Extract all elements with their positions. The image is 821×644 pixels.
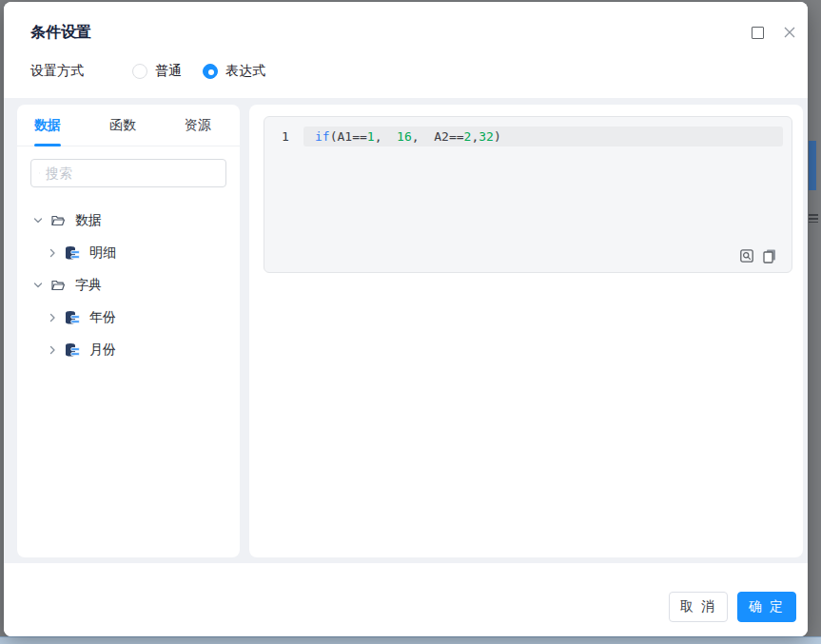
data-source-panel: 数据 函数 资源 [17, 105, 240, 557]
code-token: 32 [479, 129, 494, 144]
cancel-button[interactable]: 取 消 [669, 592, 728, 622]
chevron-down-icon[interactable] [31, 279, 45, 292]
code-line[interactable]: if(A1==1, 16, A2==2,32) [315, 127, 501, 146]
dialog-header: 条件设置 设置方式 普通 表达式 [4, 2, 808, 98]
tree-node-label: 数据 [75, 212, 102, 229]
radio-option-normal[interactable]: 普通 [132, 63, 182, 80]
tree-node-label: 年份 [89, 309, 116, 326]
code-editor[interactable]: 1 if(A1==1, 16, A2==2,32) [264, 116, 792, 273]
code-token: A2== [434, 129, 463, 144]
chevron-down-icon[interactable] [31, 214, 45, 227]
preview-button[interactable] [739, 248, 754, 263]
editor-actions [739, 248, 777, 263]
tab-resources[interactable]: 资源 [185, 105, 211, 146]
copy-icon [762, 248, 777, 263]
dialog-title: 条件设置 [30, 23, 91, 43]
preview-icon [739, 248, 754, 263]
close-icon [782, 25, 797, 40]
code-token: 16 [397, 129, 412, 144]
tab-functions[interactable]: 函数 [109, 105, 136, 146]
folder-icon [50, 278, 66, 293]
chevron-right-icon[interactable] [46, 246, 59, 260]
code-token: ) [494, 129, 501, 144]
tree-node-label: 明细 [89, 244, 116, 262]
database-icon [65, 310, 80, 325]
folder-icon [50, 213, 66, 228]
tree-node-dictionary-folder[interactable]: 字典 [17, 269, 240, 302]
dialog-footer: 取 消 确 定 [4, 563, 808, 636]
editor-gutter: 1 [264, 117, 306, 272]
condition-settings-dialog: 条件设置 设置方式 普通 表达式 数据 函数 [4, 2, 808, 636]
radio-label: 普通 [155, 63, 182, 80]
tree-node-label: 字典 [75, 277, 102, 294]
tree-node-label: 月份 [89, 342, 116, 359]
radio-selected-icon[interactable] [203, 64, 218, 79]
background-app-fragment [0, 636, 821, 644]
radio-unselected-icon[interactable] [132, 64, 147, 79]
tab-data[interactable]: 数据 [34, 105, 61, 146]
search-input[interactable] [46, 166, 218, 181]
code-token: 1 [367, 129, 375, 144]
dialog-content: 数据 函数 资源 [4, 98, 808, 565]
database-icon [65, 342, 80, 358]
search-icon [39, 166, 40, 180]
code-token: , [375, 129, 397, 144]
mode-selector-row: 设置方式 普通 表达式 [30, 63, 286, 80]
search-box[interactable] [30, 159, 226, 187]
tree-node-month-dataset[interactable]: 月份 [17, 334, 240, 366]
chevron-right-icon[interactable] [46, 343, 59, 357]
tree-node-detail-dataset[interactable]: 明细 [17, 237, 240, 269]
radio-option-expression[interactable]: 表达式 [203, 63, 265, 80]
code-token: , [412, 129, 434, 144]
copy-button[interactable] [762, 248, 777, 263]
chevron-right-icon[interactable] [46, 311, 59, 324]
maximize-icon [752, 27, 764, 39]
expression-panel: 1 if(A1==1, 16, A2==2,32) [249, 105, 803, 557]
confirm-button[interactable]: 确 定 [737, 592, 796, 622]
code-token: if [315, 129, 330, 144]
tree-node-data-folder[interactable]: 数据 [17, 205, 240, 237]
database-icon [65, 245, 80, 261]
data-tree: 数据 明细 [17, 199, 240, 366]
panel-tab-bar: 数据 函数 资源 [17, 105, 240, 146]
radio-label: 表达式 [225, 63, 265, 80]
line-number: 1 [264, 127, 306, 146]
code-token: (A1== [330, 129, 367, 144]
mode-label: 设置方式 [30, 63, 132, 80]
tree-node-year-dataset[interactable]: 年份 [17, 302, 240, 334]
maximize-button[interactable] [747, 22, 768, 43]
background-app-fragment [809, 214, 818, 223]
close-button[interactable] [779, 22, 800, 43]
background-app-fragment [809, 141, 816, 190]
